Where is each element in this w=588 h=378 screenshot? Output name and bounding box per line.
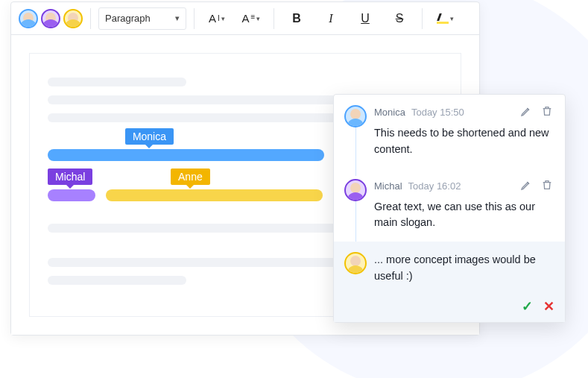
avatar-michal[interactable] [344, 179, 367, 201]
strikethrough-button[interactable]: S [385, 7, 414, 30]
avatar-monica[interactable] [344, 105, 367, 127]
toolbar-separator [274, 8, 274, 29]
italic-button[interactable]: I [316, 7, 346, 30]
reject-button[interactable]: ✕ [543, 298, 554, 315]
avatar-michal[interactable] [41, 9, 60, 28]
cursor-tag-monica: Monica [125, 128, 174, 145]
pencil-icon [520, 105, 532, 117]
placeholder-line [48, 276, 186, 285]
reply-text: ... more concept images would be useful … [374, 252, 553, 285]
collaborator-avatars [19, 9, 83, 28]
chevron-down-icon: ▾ [175, 13, 180, 23]
comment-header: Monica Today 15:50 [374, 105, 553, 119]
trash-icon [541, 179, 553, 191]
delete-comment-button[interactable] [541, 179, 553, 193]
toolbar-separator [194, 8, 195, 29]
edit-comment-button[interactable] [520, 105, 532, 119]
comment-text: This needs to be shortened and new conte… [374, 125, 553, 158]
placeholder-line [48, 113, 355, 122]
style-select-label: Paragraph [105, 13, 151, 24]
toolbar-separator [422, 8, 423, 29]
font-size-button[interactable]: AI ▾ [202, 7, 232, 30]
placeholder-line [48, 78, 186, 86]
avatar-anne[interactable] [63, 9, 83, 28]
chevron-down-icon: ▾ [256, 15, 260, 22]
avatar-monica[interactable] [19, 9, 38, 28]
selection-monica[interactable]: Monica [48, 149, 324, 161]
bold-button[interactable]: B [282, 7, 312, 30]
chevron-down-icon: ▾ [450, 15, 454, 22]
cursor-tag-anne: Anne [171, 168, 210, 185]
comment-header: Michal Today 16:02 [374, 179, 553, 193]
highlight-button[interactable]: ▾ [430, 7, 460, 30]
placeholder-line [48, 224, 355, 233]
selection-michal[interactable]: Michal [48, 189, 95, 201]
comment-author: Monica [374, 107, 405, 118]
trash-icon [541, 105, 553, 117]
comment-item[interactable]: Monica Today 15:50 This needs to be shor… [334, 95, 565, 168]
accept-button[interactable]: ✓ [522, 298, 533, 315]
underline-button[interactable]: U [350, 7, 380, 30]
cursor-tag-michal: Michal [48, 168, 92, 185]
comment-text: Great text, we can use this as our main … [374, 199, 553, 232]
chevron-down-icon: ▾ [221, 15, 225, 22]
highlighter-icon [437, 13, 449, 24]
font-family-button[interactable]: A≡ ▾ [236, 7, 266, 30]
toolbar-separator [90, 8, 91, 29]
comments-panel: Monica Today 15:50 This needs to be shor… [333, 94, 566, 323]
pencil-icon [520, 179, 532, 191]
selection-anne[interactable]: Anne [106, 189, 323, 201]
toolbar: Paragraph ▾ AI ▾ A≡ ▾ B I U S ▾ [11, 2, 479, 35]
delete-comment-button[interactable] [541, 105, 553, 119]
comment-timestamp: Today 16:02 [408, 180, 461, 192]
comment-reply-draft[interactable]: ... more concept images would be useful … [334, 242, 565, 295]
paragraph-style-select[interactable]: Paragraph ▾ [98, 7, 186, 30]
comment-timestamp: Today 15:50 [411, 107, 464, 118]
edit-comment-button[interactable] [520, 179, 532, 193]
avatar-anne[interactable] [344, 252, 367, 274]
comment-author: Michal [374, 180, 402, 192]
comment-item[interactable]: Michal Today 16:02 Great text, we can us… [334, 168, 565, 242]
reply-actions: ✓ ✕ [334, 295, 565, 322]
